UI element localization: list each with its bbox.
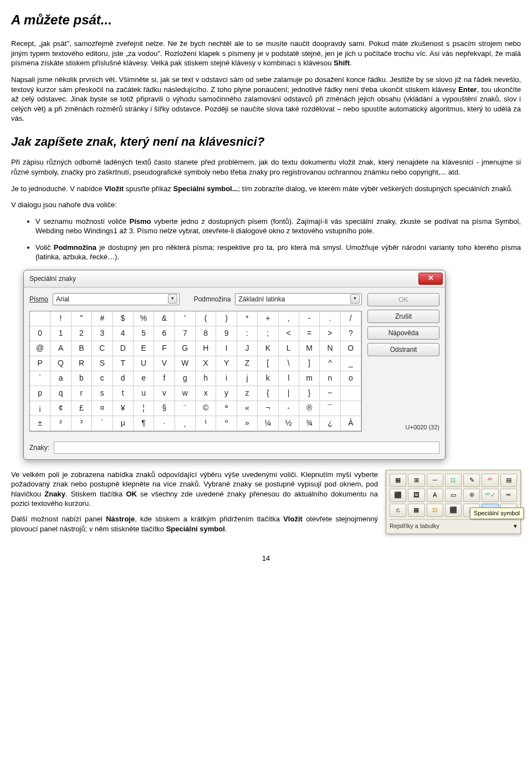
char-cell[interactable]: p	[30, 386, 50, 401]
char-cell[interactable]: 3	[92, 326, 112, 341]
char-cell[interactable]: b	[71, 371, 92, 386]
char-cell[interactable]: '	[175, 311, 196, 326]
char-cell[interactable]: e	[134, 371, 154, 386]
char-cell[interactable]: L	[279, 341, 299, 356]
char-cell[interactable]: ¿	[320, 416, 340, 431]
char-cell[interactable]: f	[154, 371, 175, 386]
char-cell[interactable]: ¥	[113, 401, 134, 416]
char-cell[interactable]: t	[113, 386, 134, 401]
char-cell[interactable]: 1	[50, 326, 71, 341]
char-cell[interactable]: "	[71, 311, 92, 326]
char-cell[interactable]: A	[50, 341, 71, 356]
char-cell[interactable]: V	[154, 356, 175, 371]
char-cell[interactable]: k	[258, 371, 278, 386]
char-cell[interactable]: w	[175, 386, 196, 401]
char-cell[interactable]: z	[237, 386, 258, 401]
char-cell[interactable]: y	[216, 386, 237, 401]
char-cell[interactable]: [	[258, 356, 278, 371]
char-cell[interactable]: U	[134, 356, 154, 371]
char-cell[interactable]: &	[154, 311, 175, 326]
char-cell[interactable]: ¬	[258, 401, 278, 416]
char-cell[interactable]: H	[196, 341, 216, 356]
char-cell[interactable]: I	[216, 341, 237, 356]
char-cell[interactable]: ±	[30, 416, 50, 431]
close-button[interactable]: ✕	[418, 273, 443, 285]
chevron-down-icon[interactable]: ▾	[514, 522, 517, 530]
char-cell[interactable]: 6	[154, 326, 175, 341]
char-cell[interactable]: ^	[320, 356, 340, 371]
char-cell[interactable]: ¾	[299, 416, 320, 431]
char-cell[interactable]: F	[154, 341, 175, 356]
char-cell[interactable]: $	[113, 311, 134, 326]
char-cell[interactable]: J	[237, 341, 258, 356]
char-cell[interactable]: #	[92, 311, 112, 326]
char-cell[interactable]: ¯	[320, 401, 340, 416]
char-cell[interactable]: .	[320, 311, 340, 326]
tool-btn[interactable]: ❊	[463, 489, 480, 502]
char-cell[interactable]: m	[299, 371, 320, 386]
char-cell[interactable]: >	[320, 326, 340, 341]
char-cell[interactable]: Q	[50, 356, 71, 371]
char-cell[interactable]: v	[154, 386, 175, 401]
char-cell[interactable]: i	[216, 371, 237, 386]
char-cell[interactable]: 2	[71, 326, 92, 341]
char-cell[interactable]: \	[279, 356, 299, 371]
char-cell[interactable]	[341, 401, 361, 416]
char-cell[interactable]: -	[279, 401, 299, 416]
char-cell[interactable]: s	[92, 386, 112, 401]
char-cell[interactable]: ¨	[175, 401, 196, 416]
tool-btn[interactable]: ▤	[500, 474, 517, 487]
char-cell[interactable]: ²	[50, 416, 71, 431]
char-cell[interactable]: º	[216, 416, 237, 431]
char-cell[interactable]: T	[113, 356, 134, 371]
char-cell[interactable]: ®	[299, 401, 320, 416]
char-cell[interactable]: «	[237, 401, 258, 416]
char-cell[interactable]: K	[258, 341, 278, 356]
tool-btn[interactable]: 🖼	[408, 489, 424, 502]
char-cell[interactable]: ·	[154, 416, 175, 431]
char-cell[interactable]: Z	[237, 356, 258, 371]
char-cell[interactable]: j	[237, 371, 258, 386]
char-cell[interactable]: ³	[71, 416, 92, 431]
char-cell[interactable]: À	[341, 416, 361, 431]
char-cell[interactable]: ]	[299, 356, 320, 371]
char-cell[interactable]: Y	[216, 356, 237, 371]
char-cell[interactable]: ½	[279, 416, 299, 431]
char-cell[interactable]: C	[92, 341, 112, 356]
char-cell[interactable]: %	[134, 311, 154, 326]
char-cell[interactable]: n	[320, 371, 340, 386]
char-cell[interactable]: d	[113, 371, 134, 386]
char-cell[interactable]: ©	[196, 401, 216, 416]
char-cell[interactable]: ¶	[134, 416, 154, 431]
char-cell[interactable]: ?	[341, 326, 361, 341]
font-combo[interactable]: Arial ▼	[53, 293, 180, 305]
char-cell[interactable]: »	[237, 416, 258, 431]
tool-btn[interactable]: ⬛	[390, 489, 406, 502]
tool-btn[interactable]: ⊡	[445, 474, 462, 487]
char-cell[interactable]: ¤	[92, 401, 112, 416]
char-cell[interactable]: r	[71, 386, 92, 401]
char-cell[interactable]: }	[299, 386, 320, 401]
char-cell[interactable]: h	[196, 371, 216, 386]
tool-btn[interactable]: ⬛	[445, 504, 462, 517]
char-cell[interactable]: B	[71, 341, 92, 356]
char-cell[interactable]	[341, 386, 361, 401]
char-cell[interactable]: £	[71, 401, 92, 416]
char-cell[interactable]: E	[134, 341, 154, 356]
char-cell[interactable]: ¡	[30, 401, 50, 416]
cancel-button[interactable]: Zrušit	[367, 310, 439, 323]
subset-combo[interactable]: Základní latinka ▼	[235, 293, 362, 305]
char-cell[interactable]: X	[196, 356, 216, 371]
tool-btn[interactable]: ⎌	[390, 504, 406, 517]
char-cell[interactable]: )	[216, 311, 237, 326]
char-cell[interactable]: 5	[134, 326, 154, 341]
char-cell[interactable]: <	[279, 326, 299, 341]
char-cell[interactable]: ¦	[134, 401, 154, 416]
char-cell[interactable]: |	[279, 386, 299, 401]
tool-btn[interactable]: ᵃᵇ✓	[482, 489, 498, 502]
char-cell[interactable]: g	[175, 371, 196, 386]
char-cell[interactable]: ¹	[196, 416, 216, 431]
char-cell[interactable]: N	[320, 341, 340, 356]
char-cell[interactable]: R	[71, 356, 92, 371]
tool-btn[interactable]: ✂	[500, 489, 517, 502]
